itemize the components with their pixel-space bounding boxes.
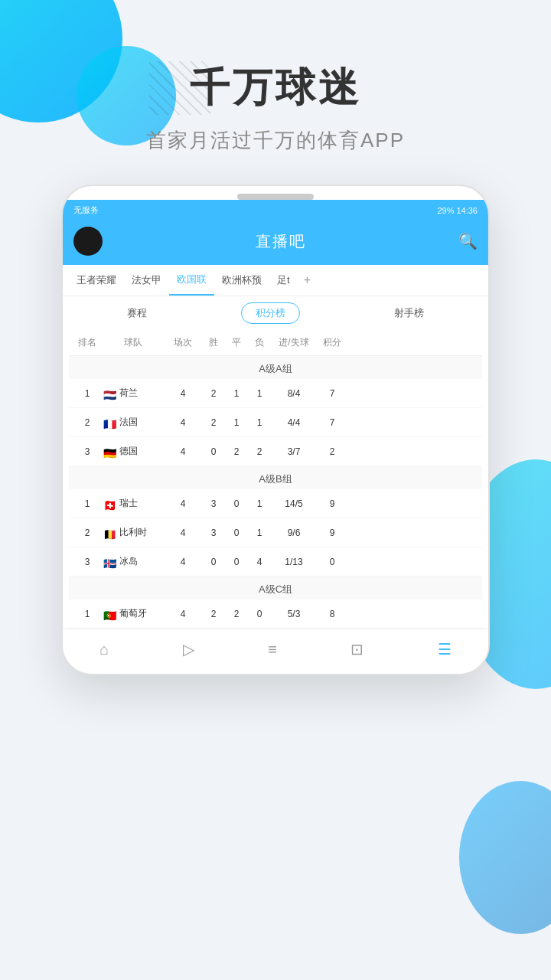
points: 2 [317, 446, 347, 457]
app-header: 直播吧 🔍 [63, 220, 488, 265]
table-row[interactable]: 2 🇫🇷 法国 4 2 1 1 4/4 7 [69, 408, 482, 437]
bottom-nav-news[interactable]: ≡ [256, 638, 289, 663]
win: 0 [202, 557, 225, 567]
team-cell: 🇫🇷 法国 [103, 416, 164, 429]
main-title: 千万球迷 [0, 61, 551, 115]
group-c-header: A级C组 [69, 577, 482, 599]
table-row[interactable]: 1 🇳🇱 荷兰 4 2 1 1 8/4 7 [69, 379, 482, 408]
goals: 1/13 [271, 557, 317, 567]
app-logo[interactable] [73, 227, 103, 256]
sub-tab-standings[interactable]: 积分榜 [241, 302, 300, 324]
draw: 1 [225, 417, 248, 428]
flag-iceland: 🇮🇸 [103, 557, 116, 567]
played: 4 [164, 446, 202, 457]
bottom-nav: ⌂ ▷ ≡ ⊡ ☰ [63, 629, 488, 674]
goals: 4/4 [271, 417, 317, 428]
nav-tab-plus-icon[interactable]: + [298, 266, 317, 295]
goals: 14/5 [271, 498, 317, 509]
team-name: 瑞士 [119, 497, 138, 510]
group-b-header: A级B组 [69, 466, 482, 489]
team-name: 比利时 [119, 526, 147, 539]
phone-mockup: 无服务 29% 14:36 直播吧 🔍 王者荣耀 法女甲 欧国联 欧洲杯预 足t… [61, 185, 490, 675]
live-icon: ▷ [183, 640, 194, 658]
nav-tabs: 王者荣耀 法女甲 欧国联 欧洲杯预 足t + [63, 265, 488, 296]
table-header-row: 排名 球队 场次 胜 平 负 进/失球 积分 [69, 330, 482, 356]
status-bar: 无服务 29% 14:36 [63, 200, 488, 220]
win: 0 [202, 446, 225, 457]
team-cell: 🇨🇭 瑞士 [103, 497, 164, 510]
group-a-header: A级A组 [69, 356, 482, 379]
draw: 2 [225, 609, 248, 619]
played: 4 [164, 388, 202, 399]
nav-tab-zut[interactable]: 足t [269, 266, 298, 295]
team-name: 冰岛 [119, 555, 138, 568]
phone-notch [237, 194, 314, 200]
col-points: 积分 [317, 336, 347, 349]
sub-title: 首家月活过千万的体育APP [0, 127, 551, 154]
sub-tab-schedule[interactable]: 赛程 [113, 303, 161, 323]
points: 9 [317, 528, 347, 538]
win: 2 [202, 417, 225, 428]
team-name: 德国 [119, 445, 138, 458]
news-icon: ≡ [268, 641, 277, 658]
nav-tab-fanujia[interactable]: 法女甲 [124, 266, 169, 295]
sub-tab-scorers[interactable]: 射手榜 [380, 303, 438, 323]
team-name: 法国 [119, 416, 138, 429]
loss: 1 [248, 528, 271, 538]
loss: 2 [248, 446, 271, 457]
col-goals: 进/失球 [271, 336, 317, 349]
bottom-nav-live[interactable]: ▷ [171, 637, 207, 663]
goals: 8/4 [271, 388, 317, 399]
table-row[interactable]: 1 🇨🇭 瑞士 4 3 0 1 14/5 9 [69, 489, 482, 518]
rank: 3 [72, 446, 103, 457]
bottom-nav-home[interactable]: ⌂ [87, 638, 121, 663]
team-name: 荷兰 [119, 387, 138, 400]
col-team: 球队 [103, 336, 164, 349]
nav-tab-ouzhou[interactable]: 欧洲杯预 [214, 266, 269, 295]
loss: 1 [248, 388, 271, 399]
team-name: 葡萄牙 [119, 607, 147, 620]
bottom-nav-message[interactable]: ⊡ [338, 637, 376, 663]
status-no-service: 无服务 [73, 204, 99, 216]
goals: 9/6 [271, 528, 317, 538]
rank: 1 [72, 609, 103, 619]
team-cell: 🇧🇪 比利时 [103, 526, 164, 539]
rank: 2 [72, 528, 103, 538]
flag-belgium: 🇧🇪 [103, 528, 116, 537]
draw: 0 [225, 498, 248, 509]
loss: 4 [248, 557, 271, 567]
team-cell: 🇵🇹 葡萄牙 [103, 607, 164, 620]
team-cell: 🇳🇱 荷兰 [103, 387, 164, 400]
standings-table: 排名 球队 场次 胜 平 负 进/失球 积分 A级A组 1 🇳🇱 荷兰 4 2 … [63, 330, 488, 629]
status-right-info: 29% 14:36 [437, 206, 478, 215]
points: 0 [317, 557, 347, 567]
loss: 1 [248, 498, 271, 509]
app-title: 直播吧 [256, 231, 306, 252]
col-rank: 排名 [72, 336, 103, 349]
points: 7 [317, 388, 347, 399]
played: 4 [164, 498, 202, 509]
win: 3 [202, 498, 225, 509]
nav-tab-ouguo[interactable]: 欧国联 [169, 265, 214, 296]
nav-tab-wangzhe[interactable]: 王者荣耀 [69, 266, 124, 295]
loss: 0 [248, 609, 271, 619]
table-row[interactable]: 3 🇮🇸 冰岛 4 0 0 4 1/13 0 [69, 547, 482, 577]
table-row[interactable]: 2 🇧🇪 比利时 4 3 0 1 9/6 9 [69, 518, 482, 547]
table-row[interactable]: 3 🇩🇪 德国 4 0 2 2 3/7 2 [69, 437, 482, 466]
win: 2 [202, 609, 225, 619]
played: 4 [164, 609, 202, 619]
table-row[interactable]: 1 🇵🇹 葡萄牙 4 2 2 0 5/3 8 [69, 599, 482, 629]
rank: 1 [72, 388, 103, 399]
bottom-nav-profile[interactable]: ☰ [425, 637, 464, 663]
profile-icon: ☰ [438, 640, 452, 658]
phone-wrapper: 无服务 29% 14:36 直播吧 🔍 王者荣耀 法女甲 欧国联 欧洲杯预 足t… [0, 185, 551, 675]
col-loss: 负 [248, 336, 271, 349]
draw: 1 [225, 388, 248, 399]
team-cell: 🇮🇸 冰岛 [103, 555, 164, 568]
rank: 3 [72, 557, 103, 567]
rank: 1 [72, 498, 103, 509]
points: 7 [317, 417, 347, 428]
search-icon[interactable]: 🔍 [458, 232, 478, 250]
loss: 1 [248, 417, 271, 428]
col-played: 场次 [164, 336, 202, 349]
